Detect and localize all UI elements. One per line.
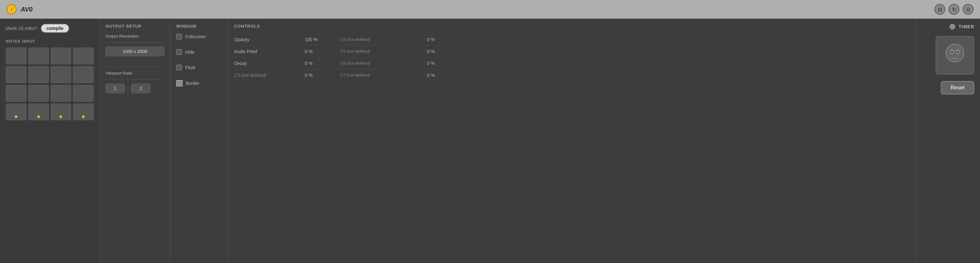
lock-button[interactable]: ⊙ bbox=[963, 4, 974, 15]
fullscreen-label: Fullscreen bbox=[185, 34, 206, 39]
note-cell[interactable] bbox=[73, 85, 94, 102]
main-content: Made JS edits? compile NOTES INPUT OUTPU… bbox=[0, 19, 980, 263]
control-secondary-value-c7: 0 % bbox=[427, 69, 459, 81]
border-row: Border bbox=[176, 80, 222, 86]
note-cell[interactable] bbox=[28, 66, 49, 83]
note-cell[interactable] bbox=[28, 48, 49, 64]
app-title: AV0 bbox=[21, 6, 32, 13]
save-button[interactable]: ⊟ bbox=[934, 4, 945, 15]
float-row: Float bbox=[176, 65, 222, 70]
control-label-c3: C3 (not defined) bbox=[234, 69, 305, 81]
js-edits-label: Made JS edits? bbox=[6, 26, 37, 31]
window-title: WINDOW bbox=[176, 24, 222, 29]
timer-indicator bbox=[950, 24, 955, 30]
svg-rect-5 bbox=[946, 64, 964, 68]
refresh-button[interactable]: ↻ bbox=[948, 4, 959, 15]
reset-button[interactable]: Reset bbox=[941, 81, 974, 94]
note-cell[interactable] bbox=[6, 48, 26, 64]
control-value-audio: 0 % bbox=[305, 46, 337, 57]
note-cell-active[interactable] bbox=[28, 104, 49, 120]
hide-row: Hide bbox=[176, 49, 222, 55]
control-value-decay: 0 % bbox=[305, 57, 337, 69]
right-panel: TIMER Reset bbox=[916, 19, 980, 263]
note-cell[interactable] bbox=[28, 85, 49, 102]
float-label: Float bbox=[185, 65, 195, 70]
controls-grid: Opacity 100 % C4 (not defined) 0 % Audio… bbox=[234, 34, 910, 81]
timer-label: TIMER bbox=[958, 24, 974, 29]
border-label: Border bbox=[186, 81, 199, 86]
note-cell[interactable] bbox=[51, 85, 72, 102]
resolution-label: Output Resolution bbox=[105, 34, 164, 38]
title-bar-right: ⊟ ↻ ⊙ bbox=[934, 4, 974, 15]
controls-title: CONTROLS bbox=[234, 24, 910, 29]
ratio-left-input[interactable] bbox=[105, 84, 125, 93]
control-secondary-label-c5: C5 (not defined) bbox=[337, 46, 427, 57]
notes-input-title: NOTES INPUT bbox=[6, 39, 94, 44]
fullscreen-row: Fullscreen bbox=[176, 34, 222, 40]
control-secondary-label-c7: C7 (not defined) bbox=[337, 69, 427, 81]
hide-label: Hide bbox=[185, 49, 194, 55]
note-cell[interactable] bbox=[6, 66, 26, 83]
fullscreen-checkbox[interactable] bbox=[176, 34, 182, 40]
avatar-box bbox=[935, 36, 974, 75]
title-bar: i AV0 ⊟ ↻ ⊙ bbox=[0, 0, 980, 19]
window-panel: WINDOW Fullscreen Hide Float Border bbox=[170, 19, 228, 263]
ratio-right-input[interactable] bbox=[131, 84, 151, 93]
viewport-ratio-label: Viewport Ratio bbox=[105, 71, 164, 76]
note-cell[interactable] bbox=[51, 48, 72, 64]
float-checkbox[interactable] bbox=[176, 65, 182, 70]
note-cell-active[interactable] bbox=[6, 104, 26, 120]
control-value-c3: 0 % bbox=[305, 69, 337, 81]
notes-grid bbox=[6, 48, 94, 120]
control-label-opacity: Opacity bbox=[234, 34, 305, 46]
title-bar-left: i AV0 bbox=[6, 4, 32, 14]
note-cell[interactable] bbox=[73, 48, 94, 64]
left-panel: Made JS edits? compile NOTES INPUT bbox=[0, 19, 100, 263]
border-color-swatch[interactable] bbox=[176, 80, 183, 86]
note-cell-active[interactable] bbox=[73, 104, 94, 120]
compile-button[interactable]: compile bbox=[41, 24, 70, 33]
control-secondary-value-c6: 0 % bbox=[427, 57, 459, 69]
control-label-audio: Audio Feed bbox=[234, 46, 305, 57]
timer-row: TIMER bbox=[950, 24, 974, 30]
output-setup-title: OUTPUT SETUP bbox=[105, 24, 164, 29]
avatar-svg bbox=[940, 41, 969, 70]
control-value-opacity: 100 % bbox=[305, 34, 337, 46]
note-cell-active[interactable] bbox=[51, 104, 72, 120]
controls-panel: CONTROLS Opacity 100 % C4 (not defined) … bbox=[228, 19, 916, 263]
note-cell[interactable] bbox=[51, 66, 72, 83]
note-cell[interactable] bbox=[6, 85, 26, 102]
control-secondary-value-c5: 0 % bbox=[427, 46, 459, 57]
svg-point-0 bbox=[946, 44, 964, 62]
hide-checkbox[interactable] bbox=[176, 49, 182, 55]
control-secondary-label-c4: C4 (not defined) bbox=[337, 34, 427, 46]
control-label-decay: Decay bbox=[234, 57, 305, 69]
ratio-row: : bbox=[105, 84, 164, 93]
resolution-input[interactable] bbox=[105, 46, 164, 56]
output-setup-panel: OUTPUT SETUP Output Resolution Viewport … bbox=[100, 19, 170, 263]
note-cell[interactable] bbox=[73, 66, 94, 83]
svg-point-4 bbox=[957, 51, 959, 53]
js-edits-row: Made JS edits? compile bbox=[6, 24, 94, 33]
app-icon: i bbox=[6, 4, 17, 14]
control-secondary-value-c4: 0 % bbox=[427, 34, 459, 46]
svg-point-3 bbox=[951, 51, 953, 53]
control-secondary-label-c6: C6 (not defined) bbox=[337, 57, 427, 69]
ratio-colon: : bbox=[127, 86, 129, 91]
